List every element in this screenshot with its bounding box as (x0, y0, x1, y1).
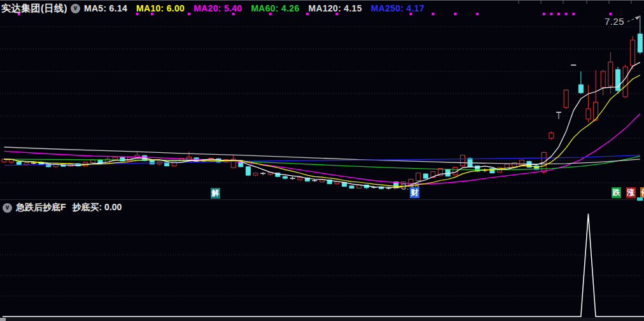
high-price-label: 7.25 (605, 16, 624, 27)
indicator-value: 抄底买: 0.00 (73, 202, 122, 213)
main-chart-header: 实达集团(日线) ∨ MA5: 6.14MA10: 6.00MA20: 5.40… (1, 2, 433, 15)
event-badge[interactable]: 涨 (626, 187, 636, 198)
ma-label-1: MA10: 6.00 (136, 3, 185, 13)
panel-divider[interactable] (0, 199, 644, 200)
ma-label-0: MA5: 6.14 (84, 3, 127, 13)
main-candlestick-chart[interactable] (0, 0, 644, 199)
ma-label-2: MA20: 5.40 (193, 3, 242, 13)
panel-splitter-handle-icon[interactable] (637, 197, 643, 201)
tdx-stock-chart-window: 实达集团(日线) ∨ MA5: 6.14MA10: 6.00MA20: 5.40… (0, 0, 644, 321)
ma-label-3: MA60: 4.26 (251, 3, 299, 13)
ma-label-4: MA120: 4.15 (309, 3, 362, 13)
chevron-down-icon[interactable]: ∨ (71, 4, 80, 13)
scrollbar-thumb[interactable] (0, 318, 6, 321)
indicator-chart[interactable] (0, 213, 644, 321)
indicator-name[interactable]: 急跌后抄底F (16, 202, 66, 213)
event-badge[interactable]: 停 (640, 187, 644, 198)
ma-label-5: MA250: 4.17 (371, 3, 424, 13)
event-badge[interactable]: 财 (410, 187, 419, 198)
event-badge[interactable]: 解 (211, 188, 220, 199)
event-badge[interactable]: 跌 (612, 187, 621, 198)
indicator-header: ∨ 急跌后抄底F 抄底买: 0.00 (1, 201, 122, 214)
chevron-down-icon[interactable]: ∨ (3, 203, 12, 213)
stock-title[interactable]: 实达集团(日线) (1, 3, 67, 15)
ma-values-row: MA5: 6.14MA10: 6.00MA20: 5.40MA60: 4.26M… (84, 3, 433, 14)
bottom-scrollbar[interactable] (0, 318, 644, 321)
